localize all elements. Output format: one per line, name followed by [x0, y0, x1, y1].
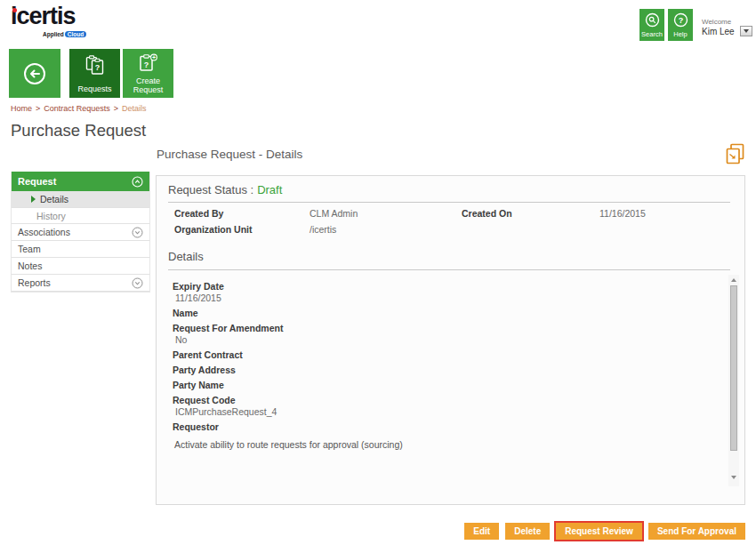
chevron-up-circle-icon[interactable] — [132, 176, 143, 188]
copy-documents-icon[interactable] — [724, 143, 746, 166]
sidebar-section-reports[interactable]: Reports — [12, 275, 149, 292]
scrollbar-thumb[interactable] — [730, 285, 737, 451]
breadcrumb-home[interactable]: Home — [11, 104, 32, 113]
breadcrumb-current: Details — [122, 104, 147, 113]
sidebar-section-request-label: Request — [18, 176, 56, 187]
brand-red-dot — [12, 8, 17, 12]
field-requestor: Requestor — [173, 421, 712, 433]
field-parent-contract: Parent Contract — [173, 349, 712, 361]
details-fields-area: Expiry Date 11/16/2015 Name Request For … — [165, 275, 739, 486]
create-request-tile-label: Create Request — [129, 76, 168, 94]
delete-button[interactable]: Delete — [505, 523, 550, 540]
summary-row: Organization Unit /icertis — [174, 224, 735, 235]
svg-text:?: ? — [94, 63, 100, 72]
help-label: Help — [673, 30, 687, 38]
created-by-label: Created By — [174, 208, 310, 219]
app-window: icertis AppliedCloud Search ? Help Welco… — [0, 0, 756, 545]
arrow-left-circle-icon — [22, 61, 47, 86]
sidebar-section-associations-label: Associations — [18, 227, 70, 237]
sidebar-item-details[interactable]: Details — [12, 191, 149, 208]
breadcrumb-contract-requests[interactable]: Contract Requests — [44, 104, 110, 113]
request-status-label: Request Status : — [168, 183, 253, 196]
approval-routing-note: Activate ability to route requests for a… — [173, 439, 712, 450]
details-panel: Request Status :Draft Created By CLM Adm… — [156, 175, 745, 505]
field-name: Name — [173, 308, 712, 319]
sidebar-section-notes-label: Notes — [18, 260, 42, 271]
sidebar-item-details-label: Details — [40, 194, 68, 204]
chevron-down-icon — [744, 29, 749, 33]
organization-unit-label: Organization Unit — [174, 224, 310, 235]
question-circle-icon: ? — [673, 12, 688, 28]
search-button[interactable]: Search — [639, 9, 664, 41]
action-button-bar: Edit Delete Request Review Send For Appr… — [156, 523, 745, 540]
chevron-down-circle-icon[interactable] — [132, 277, 143, 289]
user-name: Kim Lee — [702, 27, 735, 36]
sidebar-item-history-label: History — [36, 211, 66, 221]
back-button[interactable] — [9, 49, 60, 98]
user-menu-button[interactable] — [740, 26, 752, 36]
brand-text: icertis — [11, 4, 91, 28]
field-request-code: Request Code ICMPurchaseRequest_4 — [173, 395, 712, 418]
summary-row: Created By CLM Admin Created On 11/16/20… — [174, 208, 735, 219]
field-request-for-amendment: Request For Amendment No — [173, 323, 712, 346]
svg-text:+: + — [152, 54, 156, 60]
clipboard-question-icon: ? — [84, 55, 106, 76]
requests-tile-label: Requests — [77, 84, 111, 93]
cloud-badge: Cloud — [65, 31, 86, 37]
vertical-scrollbar[interactable] — [728, 275, 739, 486]
section-title: Purchase Request - Details — [157, 148, 302, 161]
magnifier-icon — [645, 12, 660, 28]
details-section-title: Details — [168, 250, 204, 263]
request-review-button[interactable]: Request Review — [556, 523, 642, 540]
field-party-address: Party Address — [173, 365, 712, 376]
field-party-name: Party Name — [173, 380, 712, 391]
sidebar-section-notes[interactable]: Notes — [12, 258, 149, 275]
icertis-logo: icertis AppliedCloud — [11, 4, 91, 41]
edit-button[interactable]: Edit — [464, 523, 499, 540]
triangle-right-icon — [31, 196, 36, 203]
breadcrumb: Home>Contract Requests>Details — [11, 104, 147, 113]
clipboard-question-plus-icon: ? + — [138, 53, 158, 74]
scroll-down-arrow-icon[interactable] — [731, 476, 736, 479]
logo-tagline: AppliedCloud — [43, 31, 86, 37]
created-by-value: CLM Admin — [310, 208, 462, 219]
created-on-label: Created On — [462, 208, 599, 219]
request-status-row: Request Status :Draft — [168, 183, 282, 196]
sidebar-item-history[interactable]: History — [12, 208, 149, 224]
sidebar-section-team[interactable]: Team — [12, 241, 149, 258]
sidebar-accordion: Request Details History Associations — [11, 172, 150, 293]
sidebar-section-request[interactable]: Request — [12, 172, 149, 191]
divider — [168, 202, 730, 203]
sidebar-section-team-label: Team — [18, 244, 41, 254]
welcome-block: Welcome Kim Lee — [702, 18, 735, 36]
search-label: Search — [641, 30, 663, 38]
requests-tile[interactable]: ? Requests — [69, 49, 120, 98]
divider — [168, 269, 730, 270]
scroll-up-arrow-icon[interactable] — [731, 278, 736, 282]
svg-text:?: ? — [144, 60, 149, 69]
send-for-approval-button[interactable]: Send For Approval — [648, 523, 745, 540]
created-on-value: 11/16/2015 — [599, 208, 735, 219]
breadcrumb-separator: > — [36, 104, 40, 113]
page-title: Purchase Request — [11, 121, 146, 140]
field-expiry-date: Expiry Date 11/16/2015 — [173, 281, 712, 304]
chevron-down-circle-icon[interactable] — [132, 227, 143, 238]
organization-unit-value: /icertis — [310, 224, 462, 235]
welcome-label: Welcome — [702, 18, 735, 26]
sidebar-section-reports-label: Reports — [18, 277, 51, 288]
create-request-tile[interactable]: ? + Create Request — [123, 49, 173, 98]
help-button[interactable]: ? Help — [668, 9, 693, 41]
sidebar-section-associations[interactable]: Associations — [12, 224, 149, 241]
svg-text:?: ? — [678, 16, 683, 25]
status-badge: Draft — [257, 183, 282, 196]
breadcrumb-separator: > — [114, 104, 118, 113]
